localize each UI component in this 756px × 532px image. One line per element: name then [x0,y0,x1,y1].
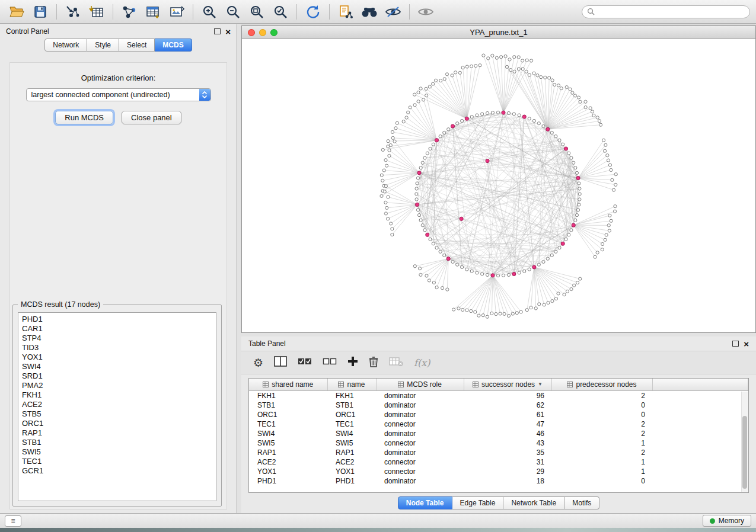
save-session-button[interactable] [30,2,51,21]
mcds-result-item[interactable]: STP4 [22,334,212,343]
mcds-result-item[interactable]: TEC1 [22,457,212,466]
table-row[interactable]: FKH1FKH1dominator962 [249,391,748,401]
network-canvas[interactable] [242,39,755,332]
close-panel-icon[interactable]: × [225,27,231,36]
table-row[interactable]: SWI5SWI5connector431 [249,438,748,448]
column-header-mcds-role[interactable]: MCDS role [376,379,464,391]
zoom-fit-icon [249,4,264,20]
column-header-shared-name[interactable]: shared name [249,379,327,391]
table-row[interactable]: SWI4SWI4dominator462 [249,429,748,438]
zoom-in-button[interactable] [199,2,220,21]
table-row[interactable]: YOX1YOX1connector291 [249,467,748,476]
toolbar-separator [296,4,297,20]
column-type-icon [263,382,269,387]
tab-motifs[interactable]: Motifs [564,496,599,509]
network-graph[interactable] [242,39,755,332]
refresh-view-button[interactable] [302,2,324,21]
toolbar-separator [193,4,193,20]
memory-button[interactable]: Memory [703,515,751,527]
mcds-result-item[interactable]: GCR1 [22,466,212,476]
column-header-name[interactable]: name [327,379,376,391]
network-from-selection-button[interactable] [335,2,356,21]
table-row[interactable]: RAP1RAP1dominator352 [249,448,748,457]
tab-network[interactable]: Network [44,39,87,52]
mcds-result-item[interactable]: ACE2 [22,400,212,409]
float-table-panel-icon[interactable] [732,341,739,347]
table-row[interactable]: PHD1PHD1dominator180 [249,476,748,486]
zoom-selected-button[interactable] [270,2,291,21]
search-icon [587,8,595,15]
mcds-result-list[interactable]: PHD1CAR1STP4TID3YOX1SWI4SRD1PMA2FKH1ACE2… [18,312,216,501]
tab-edge-table[interactable]: Edge Table [452,496,504,509]
toolbar-separator [56,4,57,20]
mcds-result-item[interactable]: PHD1 [22,315,212,324]
mcds-result-item[interactable]: STB1 [22,438,212,447]
delete-table-button [389,356,403,369]
zoom-fit-button[interactable] [246,2,267,21]
table-row[interactable]: TEC1TEC1connector472 [249,419,748,429]
mcds-result-item[interactable]: ORC1 [22,419,212,428]
control-panel-title: Control Panel [6,27,49,36]
float-panel-icon[interactable] [214,28,221,34]
tab-network-table[interactable]: Network Table [503,496,564,509]
table-row[interactable]: ACE2ACE2connector311 [249,457,748,467]
close-panel-button[interactable]: Close panel [122,111,181,124]
mcds-result-item[interactable]: STB5 [22,409,212,419]
import-network-icon [65,5,81,19]
network-window-titlebar[interactable]: YPA_prune.txt_1 [242,26,755,39]
mcds-result-item[interactable]: FKH1 [22,390,212,400]
mcds-result-item[interactable]: SWI5 [22,447,212,457]
export-image-button[interactable] [166,2,187,21]
toolbar-separator [329,4,330,20]
table-settings-button[interactable]: ⚙ [253,357,263,368]
hide-selected-button[interactable] [382,2,404,21]
table-scrollbar[interactable] [741,392,748,492]
tab-select[interactable]: Select [119,39,155,52]
node-table: shared name name MCDS role successor nod… [249,379,748,486]
mcds-result-item[interactable]: CAR1 [22,324,212,334]
find-button[interactable] [359,2,380,21]
status-menu-button[interactable]: ≡ [5,515,21,527]
mcds-result-item[interactable]: SRD1 [22,371,212,381]
column-header-successor-nodes[interactable]: successor nodes▼ [464,379,551,391]
memory-label: Memory [719,517,744,525]
status-bar: ≡ Memory [0,513,756,528]
tab-mcds[interactable]: MCDS [155,39,192,52]
tab-style[interactable]: Style [87,39,119,52]
cytoscape-app: Control Panel × Network Style Select MCD… [0,0,756,532]
binoculars-icon [361,5,378,18]
new-table-button[interactable] [142,2,164,21]
show-columns-button[interactable] [274,356,287,369]
select-all-button[interactable] [298,356,312,369]
criterion-dropdown-value: largest connected component (undirected) [27,91,199,99]
eye-slash-icon [385,5,401,18]
search-input[interactable] [598,7,745,17]
close-table-panel-icon[interactable]: × [744,339,749,348]
add-column-button[interactable] [347,356,358,369]
deselect-all-button[interactable] [323,356,337,369]
mcds-result-item[interactable]: PMA2 [22,381,212,390]
criterion-dropdown[interactable]: largest connected component (undirected) [26,88,211,101]
run-mcds-button[interactable]: Run MCDS [55,111,113,124]
table-row[interactable]: ORC1ORC1dominator610 [249,410,748,419]
delete-column-button[interactable] [369,356,378,370]
mcds-result-item[interactable]: TID3 [22,343,212,352]
show-hidden-button[interactable] [415,2,436,21]
open-file-button[interactable] [6,2,27,21]
network-window-title: YPA_prune.txt_1 [242,28,755,37]
mcds-result-item[interactable]: YOX1 [22,352,212,362]
column-header-predecessor-nodes[interactable]: predecessor nodes [551,379,652,391]
main-toolbar [0,0,756,24]
table-row[interactable]: STB1STB1dominator620 [249,400,748,410]
new-network-button[interactable] [119,2,140,21]
import-network-button[interactable] [62,2,84,21]
global-search[interactable] [582,5,750,18]
zoom-in-icon [202,4,217,20]
tab-node-table[interactable]: Node Table [398,496,452,509]
import-table-button[interactable] [86,2,107,21]
zoom-out-button[interactable] [222,2,244,21]
column-header-filler [652,379,748,391]
mcds-result-item[interactable]: RAP1 [22,428,212,438]
table-scrollbar-thumb[interactable] [742,416,747,489]
mcds-result-item[interactable]: SWI4 [22,362,212,371]
